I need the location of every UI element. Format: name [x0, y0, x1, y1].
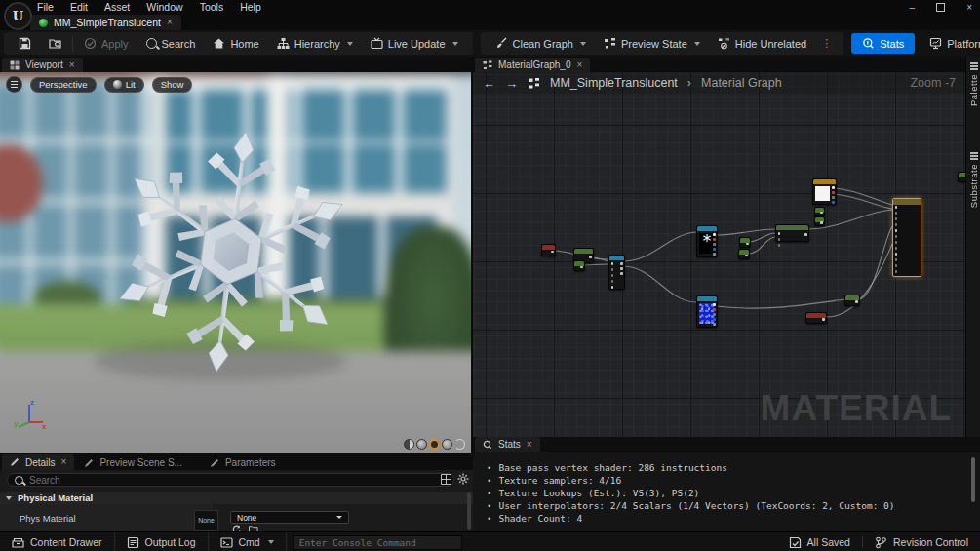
preview-mesh-cube-button[interactable]	[442, 439, 452, 450]
preview-scene-settings-tab[interactable]: Preview Scene S...	[76, 455, 189, 470]
details-scrollbar[interactable]	[467, 492, 471, 530]
preview-mesh-custom-button[interactable]	[454, 439, 465, 450]
live-update-button[interactable]: Live Update	[362, 32, 467, 55]
sidebar-tab-palette[interactable]: Palette	[966, 62, 980, 106]
restore-button[interactable]	[936, 3, 945, 12]
graph-node-param-green-6[interactable]	[844, 295, 860, 306]
graph-node-function-red[interactable]	[805, 312, 827, 324]
all-saved-indicator[interactable]: All Saved	[777, 532, 862, 551]
search-button[interactable]: Search	[137, 32, 205, 55]
back-button[interactable]: ←	[483, 76, 495, 91]
save-button[interactable]	[10, 32, 40, 55]
platform-stats-button[interactable]: Platform Stats	[921, 30, 980, 57]
preview-mesh-sphere-button[interactable]	[416, 439, 427, 450]
hide-unrelated-button[interactable]: Hide Unrelated	[709, 32, 815, 55]
sidebar-tab-substrate[interactable]: Substrate	[966, 152, 980, 208]
graph-node-function-tall[interactable]	[608, 255, 625, 290]
content-drawer-button[interactable]: Content Drawer	[0, 532, 115, 551]
home-label: Home	[230, 38, 258, 50]
console-command-input[interactable]: Enter Console Command	[293, 535, 462, 550]
hide-unrelated-icon	[718, 37, 730, 50]
forward-button[interactable]: →	[505, 76, 518, 91]
browse-to-asset-button[interactable]	[40, 32, 70, 55]
viewport-menu-button[interactable]	[6, 76, 22, 93]
lit-mode-button[interactable]: Lit	[104, 77, 144, 93]
preview-mesh-plane-button-selected[interactable]	[429, 439, 440, 450]
stats-tab[interactable]: Stats ×	[475, 437, 540, 452]
display-filter-icon[interactable]	[441, 474, 451, 485]
close-icon[interactable]: ×	[576, 60, 582, 70]
clean-graph-button[interactable]: Clean Graph	[487, 32, 595, 55]
asset-tab-label: MM_SimpleTranslucent	[54, 17, 161, 28]
asset-tab-mm-simpletranslucent[interactable]: MM_SimpleTranslucent ×	[30, 15, 181, 30]
lit-label: Lit	[126, 79, 136, 90]
preview-mesh-cylinder-button[interactable]	[404, 439, 414, 450]
preview-state-button[interactable]: Preview State	[595, 32, 709, 55]
lit-sphere-icon	[113, 80, 122, 89]
material-graph-tab[interactable]: MaterialGraph_0 ×	[475, 58, 590, 72]
graph-node-vector-param-white[interactable]	[812, 178, 837, 205]
close-icon[interactable]: ×	[167, 18, 173, 27]
hierarchy-button[interactable]: Hierarchy	[268, 32, 362, 55]
revision-control-button[interactable]: Revision Control	[863, 532, 980, 551]
asset-tab-strip: MM_SimpleTranslucent ×	[0, 14, 980, 30]
close-icon[interactable]: ×	[69, 60, 75, 70]
menu-edit[interactable]: Edit	[70, 1, 88, 13]
graph-node-param-green-1[interactable]	[573, 260, 585, 271]
save-icon	[19, 37, 31, 50]
menu-tools[interactable]: Tools	[200, 1, 224, 13]
close-icon[interactable]: ×	[527, 440, 532, 450]
all-saved-label: All Saved	[807, 536, 850, 548]
parameters-tab[interactable]: Parameters	[202, 455, 284, 470]
main-toolbar: Apply Search Home Hierarchy Live Update	[0, 30, 980, 58]
cmd-selector[interactable]: Cmd	[209, 532, 287, 551]
parameters-pencil-icon	[210, 458, 219, 468]
menu-window[interactable]: Window	[146, 1, 182, 13]
close-icon[interactable]: ×	[61, 457, 67, 467]
apply-button[interactable]: Apply	[75, 32, 137, 55]
phys-material-thumbnail[interactable]: None	[194, 510, 218, 531]
graph-node-blend-normals[interactable]	[775, 224, 809, 242]
graph-node-texture-sample-noise[interactable]	[696, 295, 718, 328]
home-button[interactable]: Home	[204, 32, 267, 55]
hide-unrelated-label: Hide Unrelated	[735, 38, 806, 50]
graph-right-sidebar: Palette Substrate	[965, 57, 980, 437]
graph-node-param-green-4[interactable]	[814, 207, 825, 216]
output-log-button[interactable]: Output Log	[115, 532, 209, 551]
stats-toggle-button[interactable]: Stats	[851, 33, 915, 54]
phys-material-dropdown[interactable]: None	[230, 511, 349, 524]
perspective-button[interactable]: Perspective	[30, 77, 97, 93]
details-tab-strip: Details × Preview Scene S... Parameters	[0, 453, 473, 470]
gear-icon[interactable]	[457, 473, 469, 485]
menu-file[interactable]: File	[37, 1, 54, 13]
stats-lines: •Base pass vertex shader: 286 instructio…	[473, 461, 980, 525]
breadcrumb-asset[interactable]: MM_SimpleTranslucent	[550, 76, 678, 90]
graph-canvas[interactable]: * MATERIAL ← → MM_SimpleTranslucent › Ma…	[473, 72, 965, 437]
viewport-tab[interactable]: Viewport ×	[2, 58, 83, 72]
menu-help[interactable]: Help	[240, 1, 261, 13]
details-search-input[interactable]: Search	[7, 473, 454, 487]
menu-asset[interactable]: Asset	[104, 1, 130, 13]
stats-scrollbar[interactable]	[971, 457, 975, 502]
viewport-panel: Viewport ×	[0, 57, 472, 453]
graph-node-param-green-3[interactable]	[738, 249, 750, 259]
minimize-button[interactable]: –	[910, 2, 916, 13]
output-log-icon	[127, 536, 139, 549]
more-options-icon[interactable]: ⋮	[815, 37, 838, 50]
graph-node-param-green-5[interactable]	[814, 216, 825, 226]
graph-node-texture-sample-snowflake[interactable]: *	[696, 225, 718, 257]
show-button[interactable]: Show	[152, 77, 193, 93]
saved-floppy-icon	[789, 536, 802, 549]
close-window-button[interactable]: ×	[966, 2, 972, 13]
graph-node-material-output[interactable]	[892, 198, 921, 277]
graph-node-param-green-edge[interactable]	[958, 172, 965, 182]
svg-text:y: y	[14, 419, 19, 428]
graph-node-const-red-1[interactable]	[541, 244, 556, 256]
details-tab[interactable]: Details ×	[2, 454, 74, 470]
physical-material-section-header[interactable]: Physical Material	[0, 492, 478, 504]
viewport-3d-view[interactable]: Perspective Lit Show z x y	[0, 72, 471, 453]
graph-tab-strip: MaterialGraph_0 ×	[473, 57, 980, 72]
hierarchy-icon	[277, 37, 290, 50]
chevron-down-icon	[347, 42, 353, 46]
graph-node-param-green-2[interactable]	[739, 237, 751, 248]
